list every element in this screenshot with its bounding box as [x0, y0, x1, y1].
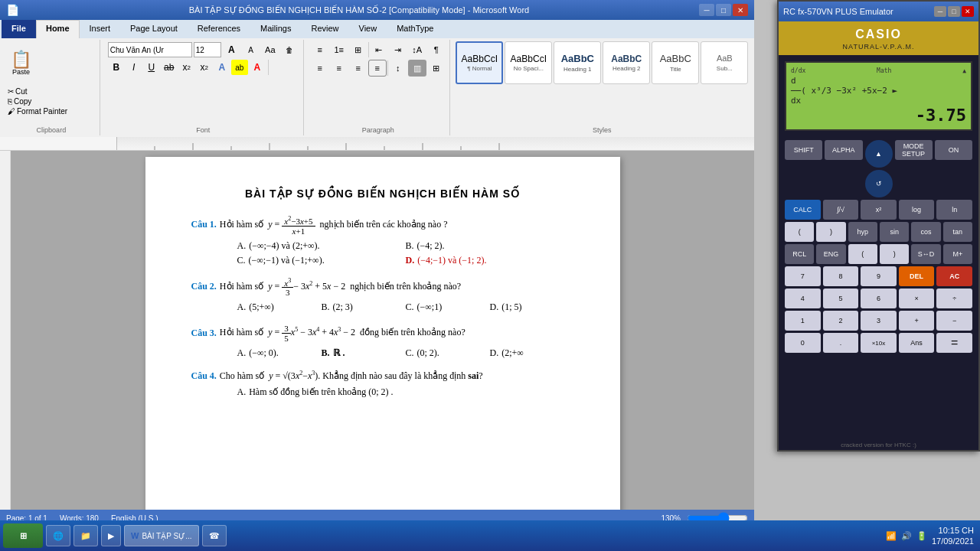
tab-insert[interactable]: Insert [80, 20, 121, 38]
calc-ln[interactable]: ln [936, 200, 972, 220]
calc-tan[interactable]: tan [943, 222, 972, 242]
style-heading1[interactable]: AaBbC Heading 1 [554, 41, 601, 84]
calc-log[interactable]: log [899, 200, 935, 220]
calc-lp2[interactable]: ( [848, 244, 877, 264]
line-spacing-button[interactable]: ↕ [389, 60, 407, 77]
clear-format-button[interactable]: 🗑 [280, 41, 298, 58]
calc-5[interactable]: 5 [823, 289, 859, 308]
align-right-button[interactable]: ≡ [349, 60, 368, 77]
taskbar-ie[interactable]: 🌐 [46, 525, 70, 546]
underline-button[interactable]: U [143, 60, 160, 75]
calc-mplus[interactable]: M+ [943, 244, 972, 264]
style-normal[interactable]: AaBbCcI ¶ Normal [456, 41, 503, 84]
cut-button[interactable]: ✂ Cut [8, 87, 67, 96]
font-grow-button[interactable]: A [223, 41, 240, 58]
strikethrough-button[interactable]: ab [161, 60, 178, 75]
calc-rparen[interactable]: ) [816, 222, 845, 242]
change-case-button[interactable]: Aa [261, 41, 279, 58]
calc-close[interactable]: ✕ [962, 6, 974, 17]
increase-indent-button[interactable]: ⇥ [389, 41, 407, 58]
calc-rcl[interactable]: RCL [785, 244, 814, 264]
calc-3[interactable]: 3 [861, 311, 897, 331]
style-no-spacing[interactable]: AaBbCcI No Spaci... [505, 41, 552, 84]
decrease-indent-button[interactable]: ⇤ [370, 41, 388, 58]
calc-on[interactable]: ON [935, 140, 972, 160]
calc-up[interactable]: ▲ [865, 140, 893, 168]
calc-1[interactable]: 1 [785, 311, 821, 331]
calc-4[interactable]: 4 [785, 289, 821, 308]
calc-dot[interactable]: . [823, 333, 859, 353]
multilevel-button[interactable]: ⊞ [349, 41, 368, 58]
tab-mailings[interactable]: Mailings [250, 20, 301, 38]
style-subtitle[interactable]: AaB Sub... [701, 41, 748, 84]
calc-replay[interactable]: ↺ [865, 170, 893, 197]
calc-mult[interactable]: × [899, 289, 935, 308]
taskbar-word[interactable]: W BÀI TẬP SỰ... [124, 525, 199, 546]
align-left-button[interactable]: ≡ [311, 60, 329, 77]
calc-8[interactable]: 8 [823, 266, 859, 286]
calc-calc[interactable]: CALC [785, 200, 821, 220]
calc-sd[interactable]: S↔D [911, 244, 940, 264]
italic-button[interactable]: I [126, 60, 142, 75]
align-center-button[interactable]: ≡ [330, 60, 348, 77]
paste-button[interactable]: 📋 Paste [8, 41, 34, 86]
calc-rp2[interactable]: ) [880, 244, 909, 264]
justify-button[interactable]: ≡ [368, 60, 387, 77]
taskbar-phone[interactable]: ☎ [202, 525, 227, 546]
subscript-button[interactable]: x2 [178, 60, 195, 75]
numbering-button[interactable]: 1≡ [330, 41, 348, 58]
tab-view[interactable]: View [349, 20, 387, 38]
calc-minus[interactable]: − [936, 311, 972, 331]
copy-button[interactable]: ⎘ Copy [8, 97, 67, 106]
tab-home[interactable]: Home [36, 20, 80, 38]
tab-references[interactable]: References [188, 20, 250, 38]
text-effects-button[interactable]: A [214, 60, 230, 75]
file-tab[interactable]: File [2, 20, 36, 38]
calc-2[interactable]: 2 [823, 311, 859, 331]
bold-button[interactable]: B [108, 60, 125, 75]
font-shrink-button[interactable]: A [242, 41, 260, 58]
sort-button[interactable]: ↕A [408, 41, 426, 58]
shading-button[interactable]: ▥ [408, 60, 426, 77]
calc-equals[interactable]: = [936, 333, 972, 353]
bullets-button[interactable]: ≡ [311, 41, 329, 58]
show-marks-button[interactable]: ¶ [427, 41, 446, 58]
calc-6[interactable]: 6 [861, 289, 897, 308]
maximize-button[interactable]: □ [716, 4, 731, 16]
calc-x-inv[interactable]: ∫/√ [823, 200, 859, 220]
calc-maximize[interactable]: □ [948, 6, 960, 17]
taskbar-files[interactable]: 📁 [74, 525, 98, 546]
calc-mode[interactable]: MODE SETUP [895, 140, 933, 160]
calc-9[interactable]: 9 [861, 266, 897, 286]
style-title[interactable]: AaBbC Title [652, 41, 699, 84]
highlight-button[interactable]: ab [231, 60, 248, 75]
taskbar-media[interactable]: ▶ [101, 525, 121, 546]
calc-7[interactable]: 7 [785, 266, 821, 286]
calc-cos[interactable]: cos [911, 222, 940, 242]
calc-lparen[interactable]: ( [785, 222, 814, 242]
minimize-button[interactable]: ─ [699, 4, 714, 16]
font-name-input[interactable] [108, 42, 192, 57]
tab-page-layout[interactable]: Page Layout [120, 20, 188, 38]
calc-shift[interactable]: SHIFT [785, 140, 822, 160]
calc-0[interactable]: 0 [785, 333, 821, 353]
tab-review[interactable]: Review [301, 20, 348, 38]
close-button[interactable]: ✕ [733, 4, 748, 16]
calc-alpha[interactable]: ALPHA [825, 140, 862, 160]
calc-xsq[interactable]: x² [861, 200, 897, 220]
calc-sin[interactable]: sin [880, 222, 909, 242]
superscript-button[interactable]: x2 [196, 60, 213, 75]
calc-x10[interactable]: ×10x [861, 333, 897, 353]
calc-eng[interactable]: ENG [816, 244, 845, 264]
calc-minimize[interactable]: ─ [934, 6, 946, 17]
font-size-input[interactable] [194, 42, 221, 57]
calc-del[interactable]: DEL [899, 266, 935, 286]
calc-s-to-d[interactable]: hyp [848, 222, 877, 242]
start-button[interactable]: ⊞ [3, 523, 43, 548]
format-painter-button[interactable]: 🖌 Format Painter [8, 107, 67, 116]
tab-mathtype[interactable]: MathType [387, 20, 443, 38]
font-color-button[interactable]: A [249, 60, 266, 75]
calc-ans[interactable]: Ans [899, 333, 935, 353]
calc-ac[interactable]: AC [936, 266, 972, 286]
style-heading2[interactable]: AaBbC Heading 2 [603, 41, 650, 84]
